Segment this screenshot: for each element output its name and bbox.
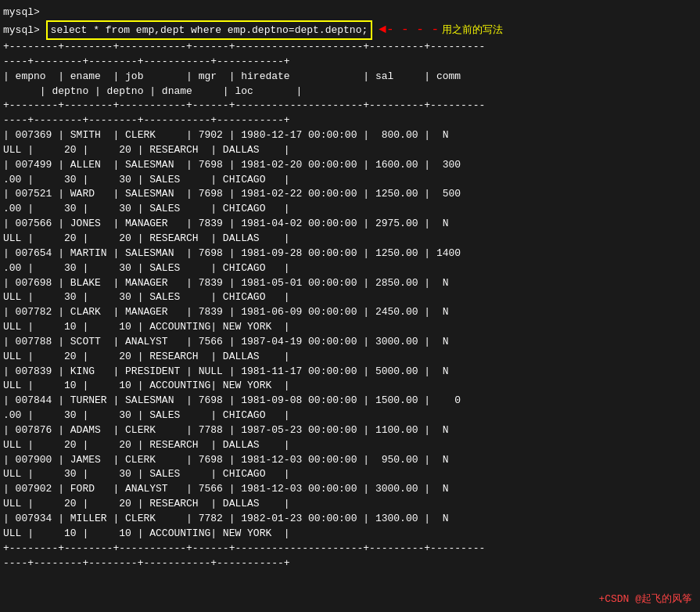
row-king-2: ULL | 10 | 10 | ACCOUNTING| NEW YORK | [3,379,697,394]
row-king-1: | 007839 | KING | PRESIDENT | NULL | 198… [3,365,697,380]
row-martin-1: | 007654 | MARTIN | SALESMAN | 7698 | 19… [3,247,697,261]
row-miller-1: | 007934 | MILLER | CLERK | 7782 | 1982-… [3,512,697,527]
row-jones-2: ULL | 20 | 20 | RESEARCH | DALLAS | [3,232,697,247]
row-adams-1: | 007876 | ADAMS | CLERK | 7788 | 1987-0… [3,423,697,438]
row-blake-2: ULL | 30 | 30 | SALES | CHICAGO | [3,290,697,305]
row-clark-1: | 007782 | CLARK | MANAGER | 7839 | 1981… [3,305,697,320]
row-james-2: ULL | 30 | 30 | SALES | CHICAGO | [3,467,697,482]
row-miller-2: ULL | 10 | 10 | ACCOUNTING| NEW YORK | [3,527,697,542]
row-scott-1: | 007788 | SCOTT | ANALYST | 7566 | 1987… [3,335,697,350]
mysql-prompt-2: mysql> [3,23,46,38]
row-turner-1: | 007844 | TURNER | SALESMAN | 7698 | 19… [3,394,697,409]
row-smith-2: ULL | 20 | 20 | RESEARCH | DALLAS | [3,143,697,158]
sep-top2: ----+--------+--------+-----------+-----… [3,55,697,70]
row-smith-1: | 007369 | SMITH | CLERK | 7902 | 1980-1… [3,128,697,143]
sep-top: +--------+--------+-----------+------+--… [3,40,697,55]
terminal: mysql> mysql> select * from emp,dept whe… [0,0,700,612]
sep-bottom2: ----+--------+--------+-----------+-----… [3,556,697,571]
mysql-prompt-1: mysql> [3,5,697,20]
row-allen-2: .00 | 30 | 30 | SALES | CHICAGO | [3,173,697,188]
sep-mid2: ----+--------+--------+-----------+-----… [3,113,697,128]
row-jones-1: | 007566 | JONES | MANAGER | 7839 | 1981… [3,217,697,232]
row-adams-2: ULL | 20 | 20 | RESEARCH | DALLAS | [3,438,697,453]
row-clark-2: ULL | 10 | 10 | ACCOUNTING| NEW YORK | [3,320,697,335]
row-james-1: | 007900 | JAMES | CLERK | 7698 | 1981-1… [3,453,697,468]
row-ward-1: | 007521 | WARD | SALESMAN | 7698 | 1981… [3,187,697,202]
red-arrow-icon: ◄- - - - [379,20,439,39]
command-line: mysql> select * from emp,dept where emp.… [3,20,697,41]
annotation-label: 用之前的写法 [442,23,503,38]
row-martin-2: .00 | 30 | 30 | SALES | CHICAGO | [3,261,697,276]
header-row-1: | empno | ename | job | mgr | hiredate |… [3,70,697,85]
csdn-watermark: +CSDN @起飞的风筝 [598,592,692,606]
sep-bottom: +--------+--------+-----------+------+--… [3,542,697,556]
row-ward-2: .00 | 30 | 30 | SALES | CHICAGO | [3,202,697,217]
row-ford-1: | 007902 | FORD | ANALYST | 7566 | 1981-… [3,482,697,497]
row-scott-2: ULL | 20 | 20 | RESEARCH | DALLAS | [3,350,697,365]
sep-mid: +--------+--------+-----------+------+--… [3,99,697,113]
sql-command[interactable]: select * from emp,dept where emp.deptno=… [46,20,373,41]
annotation-arrow: ◄- - - - 用之前的写法 [379,20,503,39]
row-turner-2: .00 | 30 | 30 | SALES | CHICAGO | [3,409,697,423]
row-ford-2: ULL | 20 | 20 | RESEARCH | DALLAS | [3,497,697,512]
row-blake-1: | 007698 | BLAKE | MANAGER | 7839 | 1981… [3,276,697,291]
row-allen-1: | 007499 | ALLEN | SALESMAN | 7698 | 198… [3,158,697,173]
header-row-2: | deptno | deptno | dname | loc | [3,85,697,99]
